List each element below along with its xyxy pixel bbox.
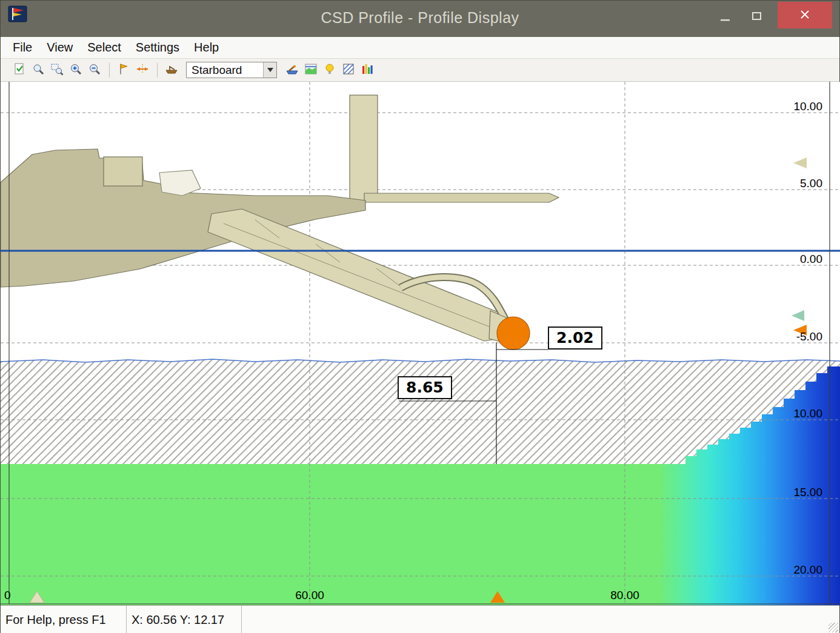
chevron-down-icon bbox=[267, 68, 273, 72]
bank-height-label: 8.65 bbox=[398, 376, 452, 399]
toolbar-separator bbox=[157, 63, 158, 78]
status-bar: For Help, press F1 X: 60.56 Y: 12.17 bbox=[1, 605, 839, 633]
zoom-window-icon bbox=[50, 62, 64, 78]
zoom-icon bbox=[32, 62, 45, 78]
superstructure bbox=[104, 157, 142, 186]
side-selector[interactable]: Starboard bbox=[186, 62, 277, 78]
y-label: 10.00 bbox=[793, 407, 822, 420]
minimize-button[interactable] bbox=[713, 12, 738, 26]
hatch-toggle-icon bbox=[342, 62, 355, 78]
status-coordinates: X: 60.56 Y: 12.17 bbox=[127, 606, 242, 633]
flag-marker-button[interactable] bbox=[115, 62, 133, 79]
y-label: -5.00 bbox=[796, 330, 822, 343]
dredger-select-button[interactable] bbox=[162, 62, 181, 79]
toolbar: Starboard bbox=[1, 59, 839, 82]
color-legend-icon bbox=[361, 62, 374, 78]
resize-grip[interactable] bbox=[828, 623, 838, 632]
y-label: 20.00 bbox=[793, 563, 822, 576]
menu-help[interactable]: Help bbox=[187, 38, 226, 57]
x-label: 80.00 bbox=[610, 589, 639, 602]
highlight-bulb-icon bbox=[323, 62, 336, 78]
y-label: 15.00 bbox=[793, 486, 822, 499]
menu-settings[interactable]: Settings bbox=[128, 38, 187, 57]
zoom-window-button[interactable] bbox=[48, 62, 66, 79]
select-profile-button[interactable] bbox=[10, 62, 28, 79]
x-label: 0 bbox=[4, 589, 11, 602]
profile-image-button[interactable] bbox=[302, 62, 320, 79]
profile-display[interactable]: 10.00 5.00 0.00 -5.00 10.00 15.00 20.00 … bbox=[1, 82, 840, 605]
side-selector-dropdown-button[interactable] bbox=[263, 62, 276, 78]
hatch-toggle-button[interactable] bbox=[339, 62, 358, 79]
maximize-button[interactable] bbox=[745, 8, 769, 26]
highlight-bulb-button[interactable] bbox=[321, 62, 339, 79]
dredger-view-icon bbox=[285, 62, 299, 78]
app-window: CSD Profile - Profile Display File View … bbox=[0, 0, 840, 633]
y-label: 10.00 bbox=[793, 100, 822, 113]
y-label: 5.00 bbox=[800, 177, 822, 190]
x-label: 60.00 bbox=[295, 589, 324, 602]
zoom-in-icon bbox=[69, 62, 82, 78]
width-indicator-button[interactable] bbox=[133, 62, 152, 79]
cabin bbox=[159, 170, 201, 196]
toolbar-separator bbox=[109, 63, 110, 78]
cutter-head bbox=[497, 317, 530, 350]
profile-image-icon bbox=[304, 62, 318, 78]
deck-beam bbox=[364, 193, 559, 202]
spud-pole bbox=[350, 95, 378, 202]
select-profile-icon bbox=[13, 62, 26, 78]
close-button[interactable] bbox=[778, 2, 832, 28]
y-label: 0.00 bbox=[800, 253, 822, 265]
dredger bbox=[1, 95, 559, 350]
cutter-depth-label: 2.02 bbox=[548, 326, 602, 350]
right-marker-beige bbox=[793, 157, 807, 168]
zoom-out-icon bbox=[88, 62, 101, 78]
dredger-select-icon bbox=[164, 62, 179, 78]
right-marker-teal bbox=[792, 310, 804, 321]
width-indicator-icon bbox=[136, 62, 149, 78]
title-bar: CSD Profile - Profile Display bbox=[1, 1, 839, 37]
side-selector-value: Starboard bbox=[187, 64, 263, 77]
menu-bar: File View Select Settings Help bbox=[1, 37, 839, 59]
status-help-text: For Help, press F1 bbox=[1, 606, 127, 633]
menu-view[interactable]: View bbox=[39, 38, 80, 57]
zoom-button[interactable] bbox=[29, 62, 47, 79]
menu-file[interactable]: File bbox=[5, 38, 39, 57]
dredger-view-button[interactable] bbox=[283, 62, 301, 79]
menu-select[interactable]: Select bbox=[80, 38, 128, 57]
ladder-truss bbox=[208, 209, 515, 341]
flag-marker-icon bbox=[117, 62, 130, 78]
zoom-in-button[interactable] bbox=[67, 62, 85, 79]
color-legend-button[interactable] bbox=[358, 62, 376, 79]
zoom-out-button[interactable] bbox=[85, 62, 104, 79]
